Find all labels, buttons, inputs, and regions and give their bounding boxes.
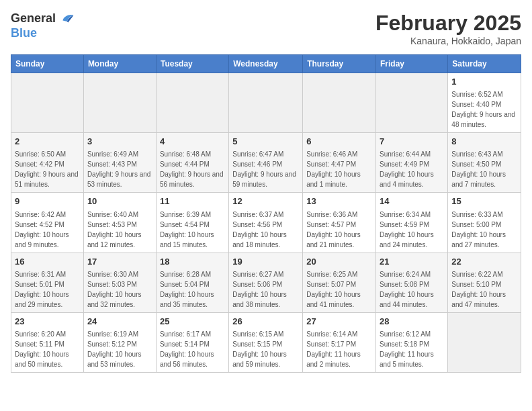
day-cell: 11Sunrise: 6:39 AM Sunset: 4:54 PM Dayli… [156,193,228,253]
day-number: 3 [87,136,152,148]
day-cell: 5Sunrise: 6:47 AM Sunset: 4:46 PM Daylig… [229,133,303,193]
day-number: 20 [306,256,372,268]
day-cell: 9Sunrise: 6:42 AM Sunset: 4:52 PM Daylig… [11,193,84,253]
day-cell: 12Sunrise: 6:37 AM Sunset: 4:56 PM Dayli… [229,193,303,253]
day-cell: 17Sunrise: 6:30 AM Sunset: 5:03 PM Dayli… [83,253,156,312]
day-info: Sunrise: 6:44 AM Sunset: 4:49 PM Dayligh… [380,149,444,189]
weekday-wednesday: Wednesday [229,55,303,73]
day-cell: 16Sunrise: 6:31 AM Sunset: 5:01 PM Dayli… [11,253,84,312]
day-number: 19 [232,256,299,268]
day-info: Sunrise: 6:17 AM Sunset: 5:14 PM Dayligh… [160,329,225,369]
day-cell: 26Sunrise: 6:15 AM Sunset: 5:15 PM Dayli… [229,312,303,372]
day-number: 18 [160,256,225,268]
day-info: Sunrise: 6:33 AM Sunset: 5:00 PM Dayligh… [451,210,517,250]
weekday-friday: Friday [376,55,448,73]
day-number: 7 [380,136,444,148]
day-number: 10 [87,195,152,208]
day-cell: 25Sunrise: 6:17 AM Sunset: 5:14 PM Dayli… [156,312,228,372]
calendar-table: SundayMondayTuesdayWednesdayThursdayFrid… [11,54,521,373]
day-cell: 10Sunrise: 6:40 AM Sunset: 4:53 PM Dayli… [83,193,156,253]
day-number: 16 [15,256,80,268]
day-number: 15 [451,195,517,208]
logo-blue: Blue [11,27,75,40]
day-info: Sunrise: 6:25 AM Sunset: 5:07 PM Dayligh… [306,269,372,310]
day-cell: 19Sunrise: 6:27 AM Sunset: 5:06 PM Dayli… [229,253,303,312]
day-info: Sunrise: 6:43 AM Sunset: 4:50 PM Dayligh… [451,149,517,189]
day-info: Sunrise: 6:20 AM Sunset: 5:11 PM Dayligh… [15,329,80,369]
day-info: Sunrise: 6:36 AM Sunset: 4:57 PM Dayligh… [306,210,372,250]
day-cell [376,73,448,133]
logo-general: General [11,12,56,26]
month-title: February 2025 [375,11,521,36]
day-info: Sunrise: 6:46 AM Sunset: 4:47 PM Dayligh… [306,149,372,189]
day-cell: 24Sunrise: 6:19 AM Sunset: 5:12 PM Dayli… [83,312,156,372]
day-number: 17 [87,256,152,268]
day-info: Sunrise: 6:34 AM Sunset: 4:59 PM Dayligh… [380,210,444,250]
day-number: 13 [306,195,372,208]
day-number: 26 [232,316,299,328]
day-info: Sunrise: 6:48 AM Sunset: 4:44 PM Dayligh… [160,149,225,189]
day-info: Sunrise: 6:22 AM Sunset: 5:10 PM Dayligh… [451,269,517,310]
day-number: 21 [380,256,444,268]
page-header: General Blue February 2025 Kanaura, Hokk… [11,11,521,46]
day-cell: 27Sunrise: 6:14 AM Sunset: 5:17 PM Dayli… [303,312,376,372]
day-info: Sunrise: 6:19 AM Sunset: 5:12 PM Dayligh… [87,329,152,369]
day-cell: 6Sunrise: 6:46 AM Sunset: 4:47 PM Daylig… [303,133,376,193]
day-cell [229,73,303,133]
day-cell: 13Sunrise: 6:36 AM Sunset: 4:57 PM Dayli… [303,193,376,253]
day-number: 4 [160,136,225,148]
weekday-monday: Monday [83,55,156,73]
day-info: Sunrise: 6:14 AM Sunset: 5:17 PM Dayligh… [306,329,372,369]
day-cell: 22Sunrise: 6:22 AM Sunset: 5:10 PM Dayli… [448,253,521,312]
day-number: 27 [306,316,372,328]
day-info: Sunrise: 6:52 AM Sunset: 4:40 PM Dayligh… [451,89,517,130]
day-info: Sunrise: 6:27 AM Sunset: 5:06 PM Dayligh… [232,269,299,310]
day-number: 28 [380,316,444,328]
weekday-sunday: Sunday [11,55,84,73]
day-info: Sunrise: 6:30 AM Sunset: 5:03 PM Dayligh… [87,269,152,310]
day-number: 22 [451,256,517,268]
day-cell: 2Sunrise: 6:50 AM Sunset: 4:42 PM Daylig… [11,133,84,193]
weekday-saturday: Saturday [448,55,521,73]
location: Kanaura, Hokkaido, Japan [375,36,521,46]
calendar-body: 1Sunrise: 6:52 AM Sunset: 4:40 PM Daylig… [11,73,521,373]
day-info: Sunrise: 6:15 AM Sunset: 5:15 PM Dayligh… [232,329,299,369]
day-number: 23 [15,316,80,328]
day-info: Sunrise: 6:50 AM Sunset: 4:42 PM Dayligh… [15,149,80,189]
weekday-tuesday: Tuesday [156,55,228,73]
day-cell [11,73,84,133]
day-number: 1 [451,76,517,88]
weekday-header-row: SundayMondayTuesdayWednesdayThursdayFrid… [11,55,521,73]
day-cell: 14Sunrise: 6:34 AM Sunset: 4:59 PM Dayli… [376,193,448,253]
day-cell: 4Sunrise: 6:48 AM Sunset: 4:44 PM Daylig… [156,133,228,193]
day-cell [448,312,521,372]
day-cell [83,73,156,133]
day-cell: 7Sunrise: 6:44 AM Sunset: 4:49 PM Daylig… [376,133,448,193]
day-cell: 20Sunrise: 6:25 AM Sunset: 5:07 PM Dayli… [303,253,376,312]
week-row-3: 9Sunrise: 6:42 AM Sunset: 4:52 PM Daylig… [11,193,521,253]
day-cell [303,73,376,133]
day-cell: 8Sunrise: 6:43 AM Sunset: 4:50 PM Daylig… [448,133,521,193]
week-row-1: 1Sunrise: 6:52 AM Sunset: 4:40 PM Daylig… [11,73,521,133]
day-number: 11 [160,195,225,208]
day-number: 12 [232,195,299,208]
day-number: 6 [306,136,372,148]
title-block: February 2025 Kanaura, Hokkaido, Japan [375,11,521,46]
day-info: Sunrise: 6:12 AM Sunset: 5:18 PM Dayligh… [380,329,444,369]
day-cell: 21Sunrise: 6:24 AM Sunset: 5:08 PM Dayli… [376,253,448,312]
day-number: 24 [87,316,152,328]
day-number: 25 [160,316,225,328]
day-number: 8 [451,136,517,148]
day-info: Sunrise: 6:40 AM Sunset: 4:53 PM Dayligh… [87,210,152,250]
day-number: 2 [15,136,80,148]
day-info: Sunrise: 6:47 AM Sunset: 4:46 PM Dayligh… [232,149,299,189]
day-info: Sunrise: 6:28 AM Sunset: 5:04 PM Dayligh… [160,269,225,310]
day-info: Sunrise: 6:39 AM Sunset: 4:54 PM Dayligh… [160,210,225,250]
logo-bird-icon [58,11,75,27]
day-info: Sunrise: 6:49 AM Sunset: 4:43 PM Dayligh… [87,149,152,189]
day-info: Sunrise: 6:42 AM Sunset: 4:52 PM Dayligh… [15,210,80,250]
logo: General Blue [11,11,75,40]
day-cell: 15Sunrise: 6:33 AM Sunset: 5:00 PM Dayli… [448,193,521,253]
week-row-2: 2Sunrise: 6:50 AM Sunset: 4:42 PM Daylig… [11,133,521,193]
day-cell: 28Sunrise: 6:12 AM Sunset: 5:18 PM Dayli… [376,312,448,372]
